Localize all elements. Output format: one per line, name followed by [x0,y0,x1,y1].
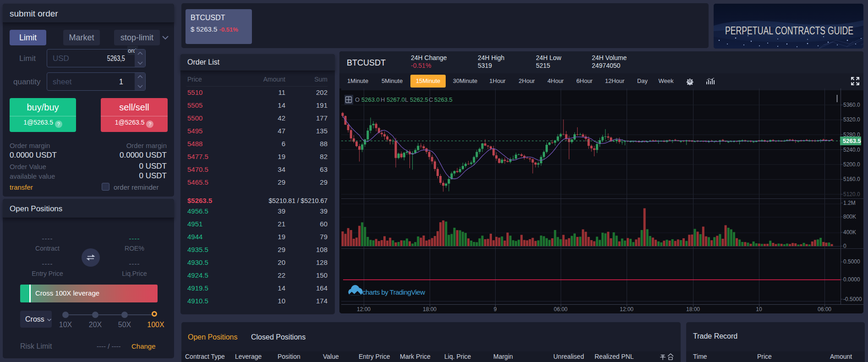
svg-text:5320.0: 5320.0 [843,116,860,123]
svg-text:9: 9 [494,306,497,313]
svg-text:H: H [381,96,385,103]
svg-text:0.0000: 0.0000 [843,276,860,283]
svg-text:5263.0: 5263.0 [361,96,380,103]
svg-text:charts by TradingView: charts by TradingView [362,288,425,296]
svg-text:5360.0: 5360.0 [843,102,860,108]
svg-text:5240.0: 5240.0 [843,147,860,153]
svg-text:0.5000: 0.5000 [843,258,860,265]
svg-text:400K: 400K [843,229,856,236]
svg-text:12:00: 12:00 [620,306,633,313]
svg-text:5160.0: 5160.0 [843,176,860,182]
svg-text:5120.0: 5120.0 [843,191,860,197]
svg-text:5263.5: 5263.5 [843,137,861,144]
svg-text:C: C [429,96,433,103]
svg-text:10: 10 [756,306,762,313]
svg-text:-0.5000: -0.5000 [843,296,862,302]
svg-text:5263.5: 5263.5 [434,96,453,103]
svg-text:O: O [355,96,360,103]
svg-text:5267.0: 5267.0 [387,96,405,103]
svg-text:5200.0: 5200.0 [843,161,860,168]
svg-text:18:00: 18:00 [423,306,437,313]
svg-text:L: L [405,96,408,103]
svg-text:06:00: 06:00 [554,306,568,313]
svg-text:1.2M: 1.2M [843,200,856,206]
svg-text:18:00: 18:00 [686,306,700,313]
svg-text:5262.5: 5262.5 [410,96,428,103]
svg-text:800K: 800K [843,214,856,220]
svg-text:06:00: 06:00 [818,306,831,313]
svg-text:0: 0 [843,243,846,249]
svg-text:PERPETUAL CONTRACTS GUIDE: PERPETUAL CONTRACTS GUIDE [725,25,853,37]
svg-text:12:00: 12:00 [357,306,371,313]
